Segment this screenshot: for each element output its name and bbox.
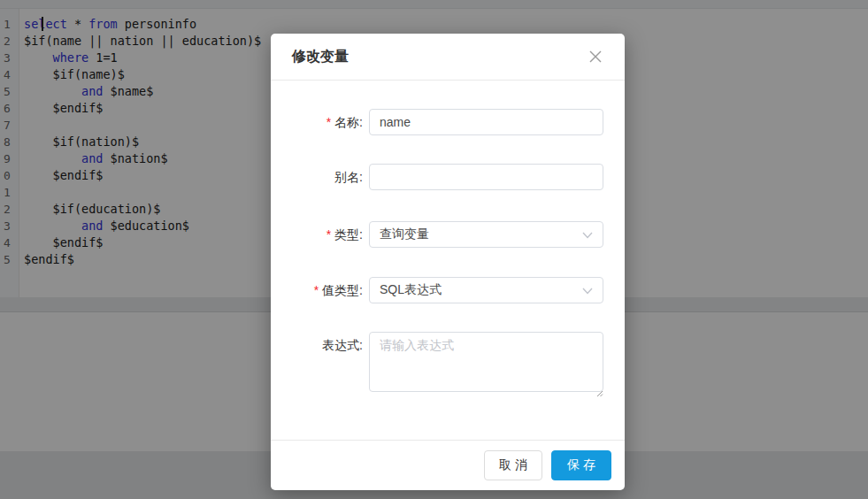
form-field-type: *类型: 查询变量 <box>271 221 625 248</box>
type-select[interactable]: 查询变量 <box>369 221 603 248</box>
save-button[interactable]: 保 存 <box>551 450 611 480</box>
expression-textarea[interactable] <box>369 332 603 392</box>
required-asterisk: * <box>314 283 319 297</box>
name-input[interactable] <box>369 109 603 135</box>
close-icon[interactable] <box>588 49 603 65</box>
required-asterisk: * <box>326 227 331 242</box>
alias-input[interactable] <box>369 164 603 190</box>
value-type-select-value: SQL表达式 <box>380 282 582 298</box>
app-screen: 123456789012345 select * from personinfo… <box>0 0 868 499</box>
form-field-name: *名称: <box>271 109 625 135</box>
dialog-footer: 取 消 保 存 <box>271 440 625 490</box>
name-label: *名称: <box>271 109 363 135</box>
edit-variable-dialog: 修改变量 *名称: 别名: <box>271 34 625 490</box>
dialog-title: 修改变量 <box>292 48 349 66</box>
cancel-button[interactable]: 取 消 <box>484 450 542 480</box>
resize-handle-icon[interactable] <box>596 385 603 401</box>
form-field-value-type: *值类型: SQL表达式 <box>271 277 625 303</box>
type-label: *类型: <box>271 221 363 248</box>
required-asterisk: * <box>326 115 331 129</box>
alias-label: 别名: <box>271 164 363 190</box>
type-select-value: 查询变量 <box>380 226 582 242</box>
dialog-body: *名称: 别名: *类型: 查询变量 <box>271 81 625 440</box>
form-field-expression: 表达式: <box>271 332 625 392</box>
dialog-header: 修改变量 <box>271 34 625 81</box>
chevron-down-icon <box>582 282 593 298</box>
value-type-label: *值类型: <box>271 277 363 303</box>
form-field-alias: 别名: <box>271 164 625 190</box>
chevron-down-icon <box>582 226 593 242</box>
expression-label: 表达式: <box>271 332 363 358</box>
value-type-select[interactable]: SQL表达式 <box>369 277 603 303</box>
